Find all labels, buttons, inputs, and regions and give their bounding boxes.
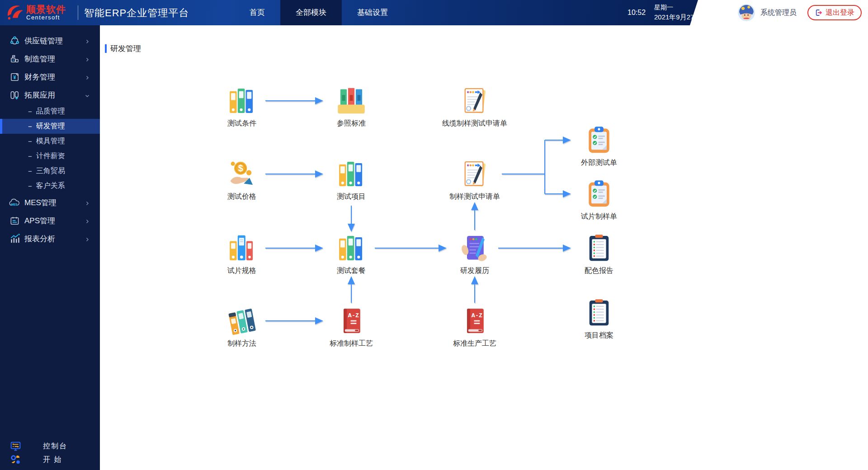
node-color-report[interactable]: 配色报告 [556, 233, 642, 276]
chevron-right-icon [85, 56, 90, 61]
finance-icon: ¥ [9, 71, 20, 82]
node-label: 测试条件 [199, 119, 285, 128]
node-test-item[interactable]: 测试项目 [308, 159, 394, 202]
dash-prefix: − [28, 182, 32, 190]
node-project-archive[interactable]: 项目档案 [556, 297, 642, 340]
chevron-right-icon [85, 74, 90, 80]
manufacturing-icon [9, 53, 20, 64]
node-standard-sample-process[interactable]: A-Z 标准制样工艺 [308, 306, 394, 348]
binders-tilted-icon [226, 306, 257, 336]
nav-tab-basic-settings[interactable]: 基础设置 [342, 0, 403, 25]
report-icon [9, 233, 20, 244]
chevron-right-icon [85, 38, 90, 43]
brand-name-cn: 顺景软件 [26, 5, 66, 14]
node-label: 项目档案 [556, 331, 642, 340]
brand-name-en: Centersoft [26, 14, 66, 21]
node-label: 线缆制样测试申请单 [432, 119, 518, 128]
user-name: 系统管理员 [760, 8, 797, 18]
top-nav: 首页全部模块基础设置 [234, 0, 403, 25]
node-test-price[interactable]: $ 测试价格 [199, 159, 285, 202]
sidebar-subitem-quality[interactable]: −品质管理 [0, 104, 100, 119]
svg-text:¥: ¥ [13, 74, 16, 80]
svg-text:$: $ [238, 163, 243, 173]
node-label: 制样方法 [199, 339, 285, 348]
chevron-down-icon [85, 92, 90, 98]
weekday-label: 星期一 [654, 4, 701, 12]
extension-icon [9, 89, 20, 100]
node-standard-production-process[interactable]: A-Z 标准生产工艺 [432, 306, 518, 348]
node-label: 测试套餐 [308, 266, 394, 276]
sidebar-subitem-triangle-trade[interactable]: −三角贸易 [0, 164, 100, 179]
logo-swirl-icon [5, 3, 24, 22]
svg-text:A-Z: A-Z [348, 312, 359, 319]
chevron-right-icon [85, 218, 90, 223]
node-test-condition[interactable]: 测试条件 [199, 85, 285, 128]
svg-text:MES: MES [11, 203, 18, 206]
binders-b-icon [226, 233, 257, 263]
nav-tab-home[interactable]: 首页 [234, 0, 280, 25]
user-avatar[interactable] [738, 4, 755, 21]
node-label: 试片制样单 [556, 212, 642, 221]
node-test-package[interactable]: 测试套餐 [308, 233, 394, 276]
page-title: 研发管理 [110, 43, 141, 54]
node-sample-method[interactable]: 制样方法 [199, 306, 285, 348]
doc-pen-icon [459, 85, 490, 116]
sidebar-footer-console[interactable]: 控制台 [0, 439, 100, 453]
node-reference-standard[interactable]: 参照标准 [308, 85, 394, 128]
sidebar-item-finance[interactable]: ¥财务管理 [0, 68, 100, 86]
node-label: 制样测试申请单 [432, 192, 518, 202]
node-sample-test-request[interactable]: 制样测试申请单 [432, 159, 518, 202]
clipboard-navy-icon [584, 297, 614, 328]
sidebar-item-manufacturing[interactable]: 制造管理 [0, 50, 100, 68]
dash-prefix: − [28, 122, 32, 130]
node-external-test-order[interactable]: 外部测试单 [556, 125, 642, 168]
sidebar-item-supply-chain[interactable]: 供应链管理 [0, 32, 100, 50]
logout-label: 退出登录 [826, 8, 854, 18]
clipboard-orange-icon [584, 179, 614, 209]
logout-icon [815, 9, 823, 17]
page-title-row: 研发管理 [105, 43, 141, 54]
header-divider [78, 5, 78, 20]
dash-prefix: − [28, 152, 32, 160]
doc-pen-icon [459, 159, 490, 189]
node-label: 研发履历 [432, 266, 518, 276]
chevron-right-icon [85, 236, 90, 241]
nav-tab-all-modules[interactable]: 全部模块 [280, 0, 342, 25]
node-specimen-sample-order[interactable]: 试片制样单 [556, 179, 642, 221]
dash-prefix: − [28, 167, 32, 175]
sidebar-menu: 供应链管理制造管理¥财务管理拓展应用−品质管理−研发管理−模具管理−计件薪资−三… [0, 32, 100, 248]
clipboard-navy-icon [584, 233, 614, 263]
main-content: 测试条件 参照标准 线缆制样测试申请单 $ 测试价格 测试项目 制样测试申请单 … [100, 25, 868, 470]
aps-icon [9, 215, 20, 226]
top-header: 顺景软件 Centersoft 智能ERP企业管理平台 首页全部模块基础设置 1… [0, 0, 868, 25]
logout-button[interactable]: 退出登录 [807, 5, 862, 20]
sidebar-item-mes[interactable]: MESMES管理 [0, 193, 100, 212]
node-cable-sample-test-request[interactable]: 线缆制样测试申请单 [432, 85, 518, 128]
sidebar-subitem-rd[interactable]: −研发管理 [0, 119, 100, 134]
node-specimen-spec[interactable]: 试片规格 [199, 233, 285, 276]
chevron-right-icon [85, 200, 90, 205]
binders-a-icon [226, 85, 257, 116]
node-label: 标准生产工艺 [432, 339, 518, 348]
purple-doc-icon [459, 233, 490, 263]
node-rd-history[interactable]: 研发履历 [432, 233, 518, 276]
sidebar-footer-start[interactable]: 开 始 [0, 453, 100, 466]
sidebar-subitem-mould[interactable]: −模具管理 [0, 134, 100, 149]
clipboard-orange-icon [584, 125, 614, 155]
sidebar-item-extension[interactable]: 拓展应用 [0, 86, 100, 104]
start-icon [10, 454, 21, 465]
binders-a-icon [336, 233, 367, 263]
node-label: 试片规格 [199, 266, 285, 276]
sidebar-subitem-piecework[interactable]: −计件薪资 [0, 149, 100, 164]
node-label: 测试价格 [199, 192, 285, 202]
sidebar-item-report[interactable]: 报表分析 [0, 230, 100, 248]
sidebar-subitem-crm[interactable]: −客户关系 [0, 179, 100, 193]
title-accent-bar [105, 44, 107, 53]
mes-icon: MES [9, 197, 20, 208]
console-icon [10, 441, 21, 451]
sidebar-item-aps[interactable]: APS管理 [0, 212, 100, 230]
supply-chain-icon [9, 35, 20, 46]
node-label: 配色报告 [556, 266, 642, 276]
svg-text:A-Z: A-Z [472, 312, 482, 319]
binders-a-icon [336, 159, 367, 189]
